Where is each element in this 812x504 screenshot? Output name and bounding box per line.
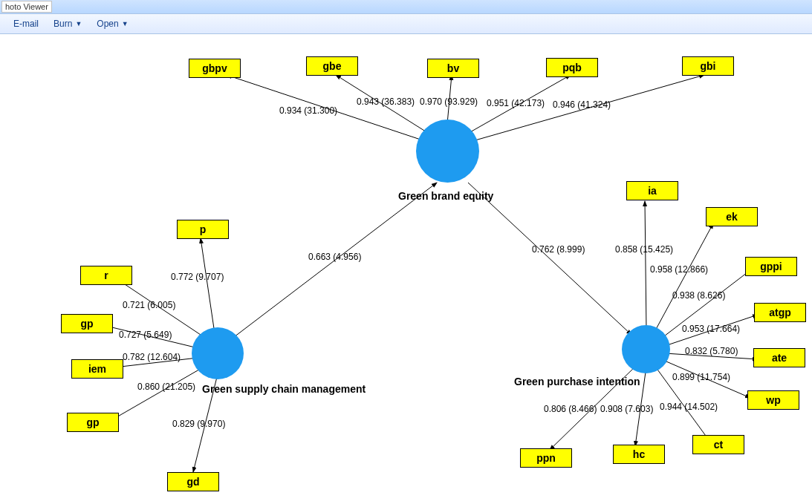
chevron-down-icon: ▼ (75, 20, 82, 27)
ind-gd: gd (167, 472, 219, 491)
load-gpi-atgp: 0.953 (17.664) (682, 324, 740, 334)
svg-line-11 (645, 201, 646, 331)
ind-hc: hc (613, 445, 665, 464)
ind-gppi: gppi (745, 257, 797, 276)
load-gpi-ate: 0.832 (5.780) (685, 346, 738, 356)
load-gsc-gd: 0.829 (9.970) (172, 419, 225, 429)
label-gpi: Green purchase intention (514, 376, 640, 387)
load-gpi-wp: 0.899 (11.754) (672, 372, 730, 382)
svg-line-9 (111, 364, 208, 420)
load-gpi-ek: 0.958 (12.866) (650, 264, 708, 275)
load-gbe-bv: 0.970 (93.929) (420, 96, 478, 107)
load-gbe-gbe: 0.943 (36.383) (357, 96, 415, 107)
title-bar: hoto Viewer (0, 0, 812, 14)
email-menu[interactable]: E-mail (6, 17, 46, 30)
svg-line-5 (201, 238, 215, 338)
ind-pqb: pqb (546, 58, 598, 77)
load-gbe-pqb: 0.951 (42.173) (487, 98, 545, 108)
path-gsc-gbe: 0.663 (4.956) (308, 252, 361, 262)
load-gsc-p: 0.772 (9.707) (171, 272, 224, 282)
ind-ate: ate (753, 348, 805, 367)
svg-line-12 (654, 223, 713, 333)
ind-iem: iem (71, 359, 123, 379)
node-green-supply-chain (192, 327, 244, 379)
toolbar: E-mail Burn ▼ Open ▼ (0, 14, 812, 34)
open-label: Open (97, 19, 118, 29)
ind-p: p (177, 220, 229, 239)
ind-gp-b: gp (67, 413, 119, 432)
ind-atgp: atgp (754, 303, 806, 322)
load-gpi-gppi: 0.938 (8.626) (672, 290, 725, 301)
ind-gp-a: gp (61, 314, 113, 333)
node-green-brand-equity (416, 120, 479, 183)
open-menu[interactable]: Open ▼ (89, 17, 135, 30)
ind-gbpv: gbpv (189, 59, 241, 78)
email-label: E-mail (13, 19, 39, 29)
ind-ct: ct (692, 435, 744, 454)
ind-gbe: gbe (306, 56, 358, 76)
ind-ek: ek (706, 207, 758, 226)
load-gpi-hc: 0.908 (7.603) (600, 404, 653, 414)
label-gsc: Green supply chain management (202, 383, 366, 395)
load-gsc-r: 0.721 (6.005) (123, 300, 175, 310)
ind-bv: bv (427, 59, 479, 78)
ind-r: r (80, 266, 132, 285)
diagram-canvas: Green brand equity Green supply chain ma… (0, 34, 812, 504)
load-gpi-ct: 0.944 (14.502) (660, 402, 718, 412)
ind-gbi: gbi (682, 56, 734, 76)
svg-line-21 (468, 183, 631, 335)
load-gpi-ia: 0.858 (15.425) (615, 244, 673, 255)
load-gsc-gp-b: 0.860 (21.205) (137, 382, 195, 392)
ind-ppn: ppn (520, 448, 572, 468)
label-gbe: Green brand equity (398, 190, 493, 202)
path-gbe-gpi: 0.762 (8.999) (532, 244, 585, 255)
node-green-purchase-intention (622, 325, 670, 373)
load-gbe-gbpv: 0.934 (31.300) (279, 105, 337, 116)
load-gsc-gp-a: 0.727 (5.649) (119, 330, 172, 340)
ind-wp: wp (747, 390, 799, 410)
svg-line-4 (457, 75, 704, 145)
chevron-down-icon: ▼ (122, 20, 129, 27)
load-gpi-ppn: 0.806 (8.466) (544, 404, 597, 414)
load-gbe-gbi: 0.946 (41.324) (553, 99, 611, 110)
ind-ia: ia (626, 181, 678, 200)
load-gsc-iem: 0.782 (12.604) (123, 352, 181, 362)
burn-label: Burn (53, 19, 72, 29)
burn-menu[interactable]: Burn ▼ (46, 17, 89, 30)
app-title: hoto Viewer (1, 1, 52, 13)
